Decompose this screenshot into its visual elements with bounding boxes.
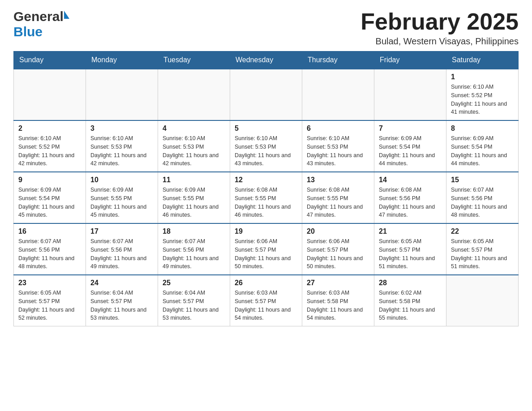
day-info: Sunrise: 6:06 AM Sunset: 5:57 PM Dayligh… [235,237,297,271]
day-info: Sunrise: 6:03 AM Sunset: 5:58 PM Dayligh… [307,289,369,322]
week-row-4: 16Sunrise: 6:07 AM Sunset: 5:56 PM Dayli… [14,223,519,275]
day-number: 26 [235,279,297,287]
day-number: 14 [379,176,442,184]
day-number: 3 [90,124,153,133]
day-number: 23 [18,279,81,287]
day-number: 13 [307,176,369,184]
day-info: Sunrise: 6:07 AM Sunset: 5:56 PM Dayligh… [451,186,514,219]
day-info: Sunrise: 6:08 AM Sunset: 5:55 PM Dayligh… [235,186,297,219]
day-info: Sunrise: 6:10 AM Sunset: 5:53 PM Dayligh… [163,134,225,168]
day-cell: 12Sunrise: 6:08 AM Sunset: 5:55 PM Dayli… [230,172,302,223]
day-number: 20 [307,227,369,235]
day-number: 28 [379,279,442,287]
column-header-thursday: Thursday [302,51,374,69]
day-cell: 8Sunrise: 6:09 AM Sunset: 5:54 PM Daylig… [446,120,519,172]
day-info: Sunrise: 6:10 AM Sunset: 5:53 PM Dayligh… [235,134,297,168]
day-cell: 28Sunrise: 6:02 AM Sunset: 5:58 PM Dayli… [374,275,446,326]
day-number: 19 [235,227,297,235]
day-cell: 13Sunrise: 6:08 AM Sunset: 5:55 PM Dayli… [302,172,374,223]
day-info: Sunrise: 6:06 AM Sunset: 5:57 PM Dayligh… [307,237,369,271]
day-cell: 14Sunrise: 6:08 AM Sunset: 5:56 PM Dayli… [374,172,446,223]
day-number: 2 [18,124,81,133]
day-cell [158,69,230,120]
day-info: Sunrise: 6:05 AM Sunset: 5:57 PM Dayligh… [451,237,514,271]
day-cell: 5Sunrise: 6:10 AM Sunset: 5:53 PM Daylig… [230,120,302,172]
day-cell: 3Sunrise: 6:10 AM Sunset: 5:53 PM Daylig… [86,120,158,172]
day-info: Sunrise: 6:04 AM Sunset: 5:57 PM Dayligh… [163,289,225,322]
day-info: Sunrise: 6:10 AM Sunset: 5:53 PM Dayligh… [90,134,153,168]
day-number: 12 [235,176,297,184]
day-info: Sunrise: 6:08 AM Sunset: 5:56 PM Dayligh… [379,186,442,219]
day-info: Sunrise: 6:08 AM Sunset: 5:55 PM Dayligh… [307,186,369,219]
day-cell: 11Sunrise: 6:09 AM Sunset: 5:55 PM Dayli… [158,172,230,223]
day-cell: 4Sunrise: 6:10 AM Sunset: 5:53 PM Daylig… [158,120,230,172]
day-cell: 1Sunrise: 6:10 AM Sunset: 5:52 PM Daylig… [446,69,519,120]
day-cell: 25Sunrise: 6:04 AM Sunset: 5:57 PM Dayli… [158,275,230,326]
day-number: 10 [90,176,153,184]
title-section: February 2025 Bulad, Western Visayas, Ph… [360,9,519,47]
day-number: 6 [307,124,369,133]
day-info: Sunrise: 6:05 AM Sunset: 5:57 PM Dayligh… [18,289,81,322]
day-number: 24 [90,279,153,287]
day-info: Sunrise: 6:09 AM Sunset: 5:54 PM Dayligh… [379,134,442,168]
column-header-monday: Monday [86,51,158,69]
calendar-table: SundayMondayTuesdayWednesdayThursdayFrid… [13,51,519,326]
day-cell: 9Sunrise: 6:09 AM Sunset: 5:54 PM Daylig… [14,172,86,223]
column-header-saturday: Saturday [446,51,519,69]
day-info: Sunrise: 6:09 AM Sunset: 5:54 PM Dayligh… [451,134,514,168]
location-subtitle: Bulad, Western Visayas, Philippines [360,36,519,47]
week-row-1: 1Sunrise: 6:10 AM Sunset: 5:52 PM Daylig… [14,69,519,120]
column-header-tuesday: Tuesday [158,51,230,69]
day-cell: 16Sunrise: 6:07 AM Sunset: 5:56 PM Dayli… [14,223,86,275]
day-info: Sunrise: 6:10 AM Sunset: 5:52 PM Dayligh… [451,83,514,116]
day-info: Sunrise: 6:04 AM Sunset: 5:57 PM Dayligh… [90,289,153,322]
day-info: Sunrise: 6:10 AM Sunset: 5:53 PM Dayligh… [307,134,369,168]
day-info: Sunrise: 6:07 AM Sunset: 5:56 PM Dayligh… [163,237,225,271]
day-number: 16 [18,227,81,235]
day-cell: 18Sunrise: 6:07 AM Sunset: 5:56 PM Dayli… [158,223,230,275]
week-row-3: 9Sunrise: 6:09 AM Sunset: 5:54 PM Daylig… [14,172,519,223]
day-info: Sunrise: 6:03 AM Sunset: 5:57 PM Dayligh… [235,289,297,322]
day-number: 7 [379,124,442,133]
day-cell: 19Sunrise: 6:06 AM Sunset: 5:57 PM Dayli… [230,223,302,275]
calendar-title: February 2025 [360,9,519,34]
day-number: 18 [163,227,225,235]
day-cell: 23Sunrise: 6:05 AM Sunset: 5:57 PM Dayli… [14,275,86,326]
week-row-2: 2Sunrise: 6:10 AM Sunset: 5:52 PM Daylig… [14,120,519,172]
day-cell [230,69,302,120]
day-cell: 21Sunrise: 6:05 AM Sunset: 5:57 PM Dayli… [374,223,446,275]
logo-general: General [13,9,64,24]
logo: General Blue [13,9,70,39]
day-cell [86,69,158,120]
day-info: Sunrise: 6:02 AM Sunset: 5:58 PM Dayligh… [379,289,442,322]
day-cell: 22Sunrise: 6:05 AM Sunset: 5:57 PM Dayli… [446,223,519,275]
day-cell: 15Sunrise: 6:07 AM Sunset: 5:56 PM Dayli… [446,172,519,223]
calendar-header: SundayMondayTuesdayWednesdayThursdayFrid… [14,51,519,69]
logo-triangle-icon [64,11,69,19]
page-header: General Blue February 2025 Bulad, Wester… [13,9,519,47]
day-info: Sunrise: 6:09 AM Sunset: 5:55 PM Dayligh… [163,186,225,219]
day-number: 25 [163,279,225,287]
day-cell [374,69,446,120]
day-number: 17 [90,227,153,235]
day-cell [14,69,86,120]
day-cell: 24Sunrise: 6:04 AM Sunset: 5:57 PM Dayli… [86,275,158,326]
calendar-body: 1Sunrise: 6:10 AM Sunset: 5:52 PM Daylig… [14,69,519,326]
day-number: 1 [451,73,514,81]
day-cell: 27Sunrise: 6:03 AM Sunset: 5:58 PM Dayli… [302,275,374,326]
day-cell: 2Sunrise: 6:10 AM Sunset: 5:52 PM Daylig… [14,120,86,172]
week-row-5: 23Sunrise: 6:05 AM Sunset: 5:57 PM Dayli… [14,275,519,326]
day-cell [446,275,519,326]
day-cell: 10Sunrise: 6:09 AM Sunset: 5:55 PM Dayli… [86,172,158,223]
day-number: 21 [379,227,442,235]
header-row: SundayMondayTuesdayWednesdayThursdayFrid… [14,51,519,69]
day-cell [302,69,374,120]
column-header-sunday: Sunday [14,51,86,69]
column-header-wednesday: Wednesday [230,51,302,69]
day-info: Sunrise: 6:09 AM Sunset: 5:55 PM Dayligh… [90,186,153,219]
day-number: 4 [163,124,225,133]
day-number: 9 [18,176,81,184]
day-info: Sunrise: 6:07 AM Sunset: 5:56 PM Dayligh… [90,237,153,271]
column-header-friday: Friday [374,51,446,69]
day-info: Sunrise: 6:07 AM Sunset: 5:56 PM Dayligh… [18,237,81,271]
